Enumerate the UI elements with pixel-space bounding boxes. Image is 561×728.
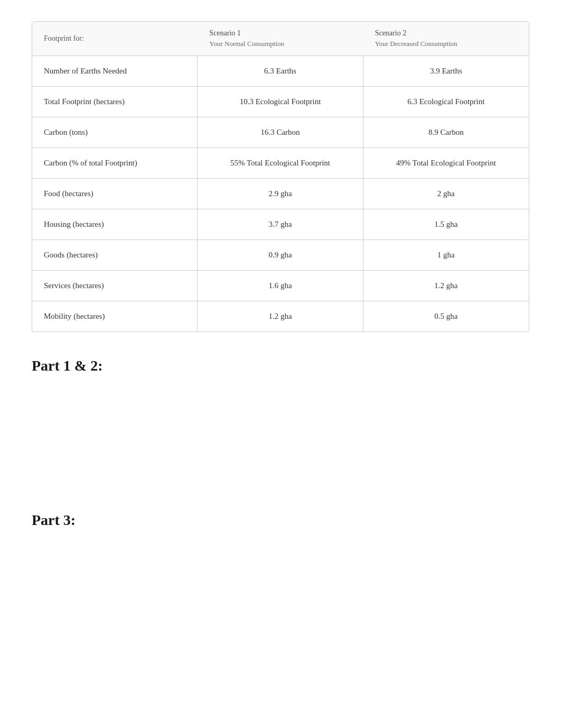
part3-heading: Part 3:	[32, 512, 529, 529]
row-scenario1-value: 1.2 gha	[198, 301, 363, 331]
table-row: Number of Earths Needed6.3 Earths3.9 Ear…	[32, 56, 529, 87]
header-scenario1-cell: Scenario 1 Your Normal Consumption	[198, 22, 363, 56]
header-scenario2-cell: Scenario 2 Your Decreased Consumption	[363, 22, 529, 56]
scenario1-label: Scenario 1	[209, 29, 351, 38]
table-header-row: Footprint for: Scenario 1 Your Normal Co…	[32, 22, 529, 56]
table-row: Services (hectares)1.6 gha1.2 gha	[32, 271, 529, 301]
row-scenario2-value: 3.9 Earths	[363, 56, 529, 86]
table-row: Housing (hectares)3.7 gha1.5 gha	[32, 209, 529, 240]
row-label: Housing (hectares)	[32, 209, 198, 239]
part1-heading: Part 1 & 2:	[32, 357, 529, 374]
header-footprint-cell: Footprint for:	[32, 22, 198, 56]
row-label: Number of Earths Needed	[32, 56, 198, 86]
row-label: Mobility (hectares)	[32, 301, 198, 331]
row-label: Services (hectares)	[32, 271, 198, 301]
row-label: Carbon (% of total Footprint)	[32, 148, 198, 178]
row-label: Carbon (tons)	[32, 117, 198, 148]
row-scenario2-value: 0.5 gha	[363, 301, 529, 331]
part1-section: Part 1 & 2:	[32, 357, 529, 491]
part3-section: Part 3:	[32, 512, 529, 529]
row-scenario1-value: 1.6 gha	[198, 271, 363, 301]
scenario2-label: Scenario 2	[375, 29, 517, 38]
table-row: Total Footprint (hectares)10.3 Ecologica…	[32, 87, 529, 117]
row-label: Goods (hectares)	[32, 240, 198, 270]
row-scenario1-value: 6.3 Earths	[198, 56, 363, 86]
row-scenario1-value: 2.9 gha	[198, 179, 363, 209]
scenario1-sublabel: Your Normal Consumption	[209, 40, 351, 48]
table-row: Goods (hectares)0.9 gha1 gha	[32, 240, 529, 271]
row-scenario1-value: 16.3 Carbon	[198, 117, 363, 148]
row-scenario2-value: 1.5 gha	[363, 209, 529, 239]
footprint-label: Footprint for:	[44, 34, 84, 43]
row-scenario1-value: 55% Total Ecological Footprint	[198, 148, 363, 178]
table-row: Food (hectares)2.9 gha2 gha	[32, 179, 529, 209]
scenario2-sublabel: Your Decreased Consumption	[375, 40, 517, 48]
row-scenario1-value: 0.9 gha	[198, 240, 363, 270]
row-scenario2-value: 8.9 Carbon	[363, 117, 529, 148]
row-scenario1-value: 10.3 Ecological Footprint	[198, 87, 363, 117]
row-scenario2-value: 1 gha	[363, 240, 529, 270]
row-scenario2-value: 1.2 gha	[363, 271, 529, 301]
row-scenario2-value: 6.3 Ecological Footprint	[363, 87, 529, 117]
row-label: Total Footprint (hectares)	[32, 87, 198, 117]
table-container: Footprint for: Scenario 1 Your Normal Co…	[32, 21, 529, 332]
table-row: Carbon (% of total Footprint)55% Total E…	[32, 148, 529, 179]
table-row: Carbon (tons)16.3 Carbon8.9 Carbon	[32, 117, 529, 148]
row-label: Food (hectares)	[32, 179, 198, 209]
row-scenario2-value: 49% Total Ecological Footprint	[363, 148, 529, 178]
table-row: Mobility (hectares)1.2 gha0.5 gha	[32, 301, 529, 331]
row-scenario2-value: 2 gha	[363, 179, 529, 209]
table-body: Number of Earths Needed6.3 Earths3.9 Ear…	[32, 56, 529, 331]
row-scenario1-value: 3.7 gha	[198, 209, 363, 239]
